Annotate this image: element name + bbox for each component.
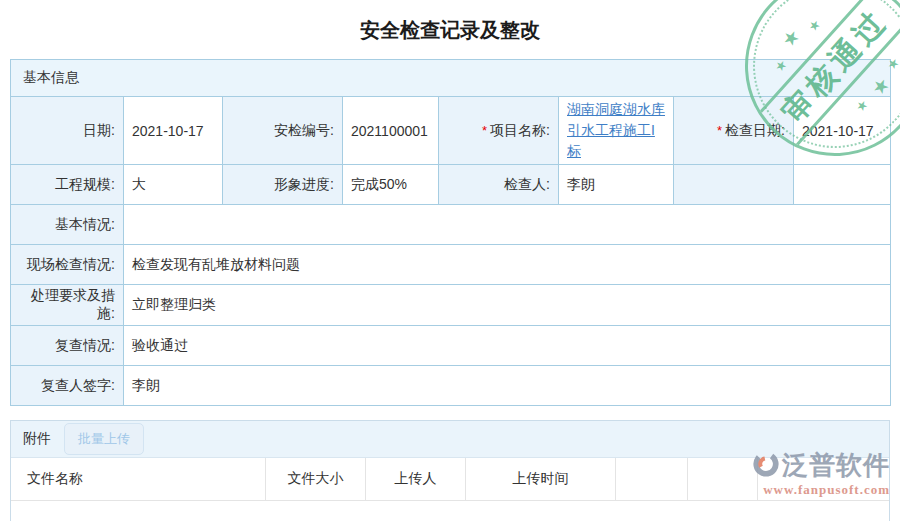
attachments-header-band: 附件 批量上传: [11, 421, 889, 458]
recheck-situation-label: 复查情况:: [11, 326, 124, 366]
column-file-name: 文件名称: [11, 458, 266, 500]
table-row: 复查人签字: 李朗: [11, 366, 891, 406]
handling-measures-value: 立即整理归类: [124, 285, 891, 326]
table-row: 复查情况: 验收通过: [11, 326, 891, 366]
inspector-value: 李朗: [559, 165, 674, 205]
section-header-basic-info: 基本信息: [11, 60, 891, 97]
visual-progress-label: 形象进度:: [223, 165, 343, 205]
site-inspection-value: 检查发现有乱堆放材料问题: [124, 245, 891, 285]
table-row: 基本情况:: [11, 205, 891, 245]
page-title: 安全检查记录及整改: [0, 0, 900, 59]
recheck-situation-value: 验收通过: [124, 326, 891, 366]
empty-value-cell: [794, 165, 891, 205]
check-date-value: 2021-10-17: [794, 97, 891, 165]
column-file-size: 文件大小: [266, 458, 366, 500]
recheck-signature-value: 李朗: [124, 366, 891, 406]
column-upload-time: 上传时间: [466, 458, 616, 500]
attachments-column-header: 文件名称 文件大小 上传人 上传时间: [11, 458, 889, 501]
required-mark: *: [482, 123, 487, 138]
batch-upload-button[interactable]: 批量上传: [64, 423, 144, 455]
site-inspection-label: 现场检查情况:: [11, 245, 124, 285]
check-date-label: *检查日期:: [674, 97, 794, 165]
attachments-section: 附件 批量上传 文件名称 文件大小 上传人 上传时间: [10, 420, 890, 521]
column-empty: [758, 458, 889, 500]
visual-progress-value: 完成50%: [343, 165, 439, 205]
table-row: 工程规模: 大 形象进度: 完成50% 检查人: 李朗: [11, 165, 891, 205]
recheck-signature-label: 复查人签字:: [11, 366, 124, 406]
basic-situation-value: [124, 205, 891, 245]
handling-measures-label: 处理要求及措施:: [11, 285, 124, 326]
project-name-cell: 湖南洞庭湖水库引水工程施工I标: [559, 97, 674, 165]
inspection-no-value: 2021100001: [343, 97, 439, 165]
attachments-title: 附件: [23, 430, 51, 448]
inspection-no-label: 安检编号:: [223, 97, 343, 165]
date-label: 日期:: [11, 97, 124, 165]
table-row: 现场检查情况: 检查发现有乱堆放材料问题: [11, 245, 891, 285]
column-empty: [616, 458, 688, 500]
table-row: 处理要求及措施: 立即整理归类: [11, 285, 891, 326]
project-name-label: *项目名称:: [439, 97, 559, 165]
project-name-link[interactable]: 湖南洞庭湖水库引水工程施工I标: [567, 99, 665, 162]
project-scale-value: 大: [124, 165, 223, 205]
empty-label-cell: [674, 165, 794, 205]
table-row: 日期: 2021-10-17 安检编号: 2021100001 *项目名称: 湖…: [11, 97, 891, 165]
column-uploader: 上传人: [366, 458, 466, 500]
project-scale-label: 工程规模:: [11, 165, 124, 205]
basic-situation-label: 基本情况:: [11, 205, 124, 245]
column-empty: [688, 458, 758, 500]
basic-info-table: 基本信息 日期: 2021-10-17 安检编号: 2021100001 *项目…: [10, 59, 891, 406]
date-value: 2021-10-17: [124, 97, 223, 165]
required-mark: *: [717, 123, 722, 138]
attachments-empty-row: [11, 501, 889, 521]
inspector-label: 检查人:: [439, 165, 559, 205]
